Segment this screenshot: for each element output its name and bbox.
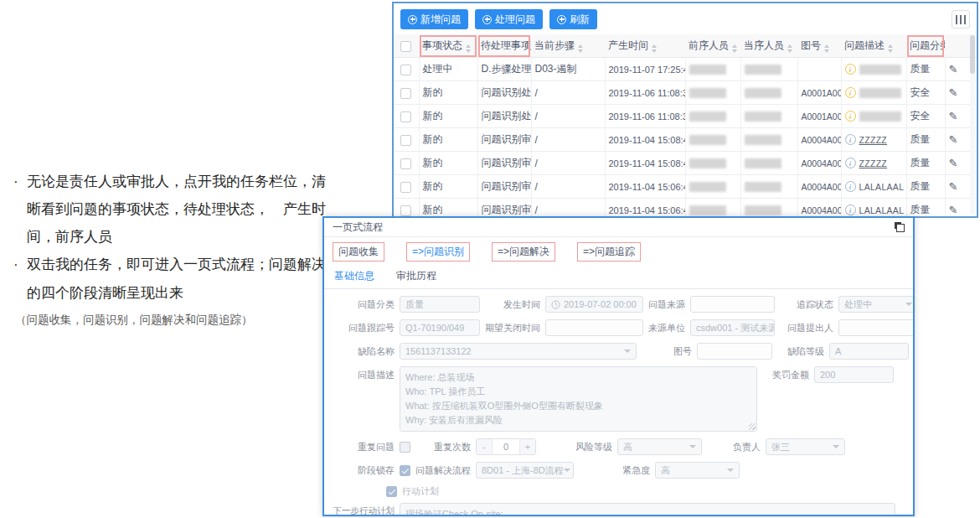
column-header-step[interactable]: 当前步骤 [531,34,605,58]
note-bullet: ·双击我的任务，即可进入一页式流程；问题解决的四个阶段清晰呈现出来 [13,251,327,306]
field-label: 问题跟踪号 [333,322,395,334]
issue-table: 事项状态待处理事项类...当前步骤产生时间前序人员当序人员图号问题描述问题分类 … [394,34,977,218]
column-header-time[interactable]: 产生时间 [605,34,685,58]
owner-select[interactable]: 张三 [766,438,845,455]
source-input[interactable] [690,296,775,313]
minus-button[interactable]: - [477,439,492,454]
redacted-text [689,88,726,98]
plus-button[interactable]: + [520,439,535,454]
stage-tab-3[interactable]: =>问题解决 [492,242,555,262]
row-checkbox[interactable] [400,135,411,146]
edit-pencil-icon[interactable]: ✎ [949,133,958,146]
defect-level-input[interactable]: A [829,343,909,360]
stage-tab-1[interactable]: 问题收集 [333,242,384,262]
defect-name-select[interactable]: 1561137133122 [400,343,637,360]
sort-icon[interactable] [732,44,737,53]
edit-pencil-icon[interactable]: ✎ [949,63,958,75]
action-plan-checkbox[interactable] [386,486,397,497]
stage-tab-2[interactable]: =>问题识别 [406,242,470,262]
occur-time-input[interactable]: 2019-07-02 00:00 [545,296,643,313]
edit-pencil-icon[interactable]: ✎ [949,110,958,122]
subtabs: 基础信息审批历程 [324,265,913,289]
cell-step: / [531,81,605,105]
risk-level-select[interactable]: 高 [617,438,702,455]
issue-description-link[interactable]: ZZZZZ [859,135,888,145]
expect-close-input[interactable] [545,319,643,336]
stage-lock-checkbox[interactable] [400,465,410,476]
column-label: 待处理事项类... [481,39,531,51]
table-row[interactable]: 处理中D.步骤处理D03-遏制2019-11-07 17:25:40i质量✎ [394,58,977,81]
row-checkbox-cell [394,105,419,128]
cell-prev [685,58,740,81]
sort-icon[interactable] [466,44,471,53]
column-settings-button[interactable] [952,10,970,28]
source-unit-select[interactable]: csdw001 - 测试来源单位1 [690,319,775,336]
cell-cur [740,175,797,199]
column-header-todo[interactable]: 待处理事项类... [477,34,531,58]
row-checkbox[interactable] [400,88,411,99]
table-row[interactable]: 新的问题识别审核/2019-11-04 15:06:49A0004A000iLA… [394,175,977,199]
sort-icon[interactable] [824,44,829,53]
column-header-desc[interactable]: 问题描述 [841,34,906,58]
cell-fig: A0004A000 [797,152,841,175]
sort-icon[interactable] [888,44,893,53]
column-header-status[interactable]: 事项状态 [419,34,477,58]
add-issue-button[interactable]: 新增问题 [400,9,468,29]
trace-status-select[interactable]: 处理中 [838,296,915,313]
subtab-1[interactable]: 基础信息 [334,269,374,283]
solve-process-select[interactable]: 8D01 - 上海-8D流程 [476,462,574,479]
row-checkbox[interactable] [400,182,411,193]
edit-pencil-icon[interactable]: ✎ [949,157,958,169]
drawing-no-input[interactable] [697,343,772,360]
column-header-prev[interactable]: 前序人员 [685,34,740,58]
edit-pencil-icon[interactable]: ✎ [949,86,958,99]
sort-icon[interactable] [787,44,792,53]
handle-issue-button[interactable]: 处理问题 [475,9,543,29]
subtab-2[interactable]: 审批历程 [396,269,436,283]
row-checkbox[interactable] [400,111,411,122]
penalty-input[interactable]: 200 [814,366,894,383]
row-checkbox[interactable] [400,158,411,169]
table-row[interactable]: 新的问题识别审核/2019-11-04 15:08:40A0004A000iZZ… [394,152,977,175]
row-checkbox[interactable] [400,65,411,75]
track-no-input[interactable]: Q1-70190/049 [400,319,480,336]
issue-description-link[interactable]: ZZZZZ [859,158,888,168]
edit-pencil-icon[interactable]: ✎ [949,180,958,193]
table-row[interactable]: 新的问题识别审核/2019-11-04 15:06:49A0004A000iLA… [394,199,977,219]
table-row[interactable]: 新的问题识别处理/2019-11-06 11:08:35A0001A000i安全… [394,105,977,128]
field-label: 缺陷名称 [333,345,395,358]
field-label: 期望关闭时间 [485,322,540,334]
column-header-fig[interactable]: 图号 [797,34,841,58]
issue-description-link[interactable]: LALALAAL [859,182,905,192]
table-row[interactable]: 新的问题识别审核/2019-11-04 15:08:40A0004A000iZZ… [394,128,977,152]
stage-tab-4[interactable]: =>问题追踪 [577,242,641,262]
copy-icon[interactable] [895,222,905,232]
form-row: 重复问题 重复次数 - 0 + 风险等级 高 负责人 张三 [333,438,905,455]
proposer-input[interactable] [838,319,915,336]
note-text: 双击我的任务，即可进入一页式流程；问题解决的四个阶段清晰呈现出来 [27,251,327,306]
bullet-marker: · [13,251,27,306]
urgency-select[interactable]: 高 [655,462,740,479]
redacted-text [689,135,726,145]
column-header-cat[interactable]: 问题分类 [906,34,945,58]
edit-pencil-icon[interactable]: ✎ [949,204,958,216]
refresh-button[interactable]: 刷新 [549,9,597,29]
column-header-cur[interactable]: 当序人员 [740,34,797,58]
redacted-text [689,65,726,75]
description-textarea[interactable]: Where: 总装现场 Who: TPL 操作员工 What: 按压缩机装双O型… [400,366,757,432]
repeat-issue-checkbox[interactable] [400,442,410,453]
form-row: 下一步行动计划 现场验证Check On-site: O型圈断口处有切边现象，疑… [333,503,905,516]
field-label: 风险等级 [575,441,612,453]
row-checkbox[interactable] [400,205,411,216]
select-all-checkbox[interactable] [400,41,411,52]
next-action-textarea[interactable]: 现场验证Check On-site: O型圈断口处有切边现象，疑似刀断 [400,503,895,516]
issue-description-link[interactable]: LALALAAL [859,205,905,215]
sort-icon[interactable] [578,44,583,53]
table-scrollbar[interactable] [970,35,975,215]
cell-time: 2019-11-06 11:08:35 [605,81,685,105]
sort-icon[interactable] [652,44,657,53]
table-row[interactable]: 新的问题识别处理/2019-11-06 11:08:35A0001A000i安全… [394,81,977,105]
category-input[interactable]: 质量 [400,296,480,313]
cell-step: / [531,175,605,199]
repeat-count-stepper[interactable]: - 0 + [476,438,536,455]
